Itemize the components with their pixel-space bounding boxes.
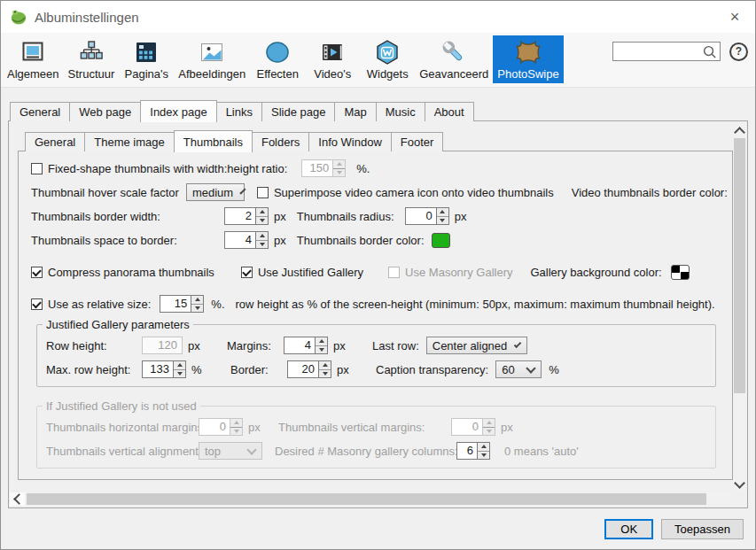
tab-index-page[interactable]: Index page bbox=[140, 100, 216, 122]
tab-web-page[interactable]: Web page bbox=[69, 102, 141, 121]
v-margins-unit: px bbox=[501, 421, 518, 434]
scroll-left-button[interactable] bbox=[10, 492, 25, 506]
toolbar-item-geavanceerd[interactable]: Geavanceerd bbox=[415, 35, 493, 83]
horizontal-scrollbar-thumb[interactable] bbox=[27, 493, 706, 505]
max-row-height-spinner[interactable]: 133 bbox=[142, 360, 186, 378]
spinner-value[interactable]: 133 bbox=[142, 360, 173, 378]
toolbar-item-label: Geavanceerd bbox=[419, 67, 488, 81]
spinner-value[interactable]: 4 bbox=[284, 337, 315, 354]
spin-up-button[interactable] bbox=[174, 361, 185, 369]
sub-tab-bar: General Theme image Thumbnails Folders I… bbox=[25, 132, 747, 151]
horizontal-scrollbar[interactable] bbox=[10, 492, 731, 506]
spin-down-button[interactable] bbox=[256, 240, 268, 249]
spinner-value[interactable]: 15 bbox=[160, 295, 191, 313]
search-input[interactable] bbox=[618, 44, 702, 59]
masonry-columns-spinner[interactable]: 6 bbox=[456, 442, 490, 460]
fixed-shape-checkbox[interactable]: Fixed-shape thumbnails with width:height… bbox=[31, 162, 287, 175]
radius-spinner[interactable]: 0 bbox=[405, 207, 449, 225]
spin-down-button[interactable] bbox=[478, 451, 489, 460]
spin-up-button[interactable] bbox=[437, 208, 448, 216]
tab-music[interactable]: Music bbox=[376, 102, 425, 121]
spin-down-button[interactable] bbox=[256, 216, 268, 225]
toolbar-item-paginas[interactable]: Pagina's bbox=[119, 35, 174, 83]
tab-slide-page[interactable]: Slide page bbox=[261, 102, 335, 121]
border-spinner[interactable]: 20 bbox=[287, 360, 331, 378]
border-width-spinner[interactable]: 2 bbox=[224, 207, 269, 225]
vertical-scrollbar-thumb[interactable] bbox=[734, 138, 745, 393]
space-to-border-spinner[interactable]: 4 bbox=[224, 231, 269, 249]
thumb-border-color-swatch[interactable] bbox=[432, 233, 450, 248]
spin-up-button[interactable] bbox=[256, 232, 268, 240]
down-arrow-icon bbox=[260, 219, 265, 222]
down-arrow-icon bbox=[195, 306, 200, 310]
caption-transparency-dropdown[interactable]: 60 bbox=[495, 360, 542, 378]
ok-button[interactable]: OK bbox=[604, 519, 653, 539]
checkbox-box bbox=[388, 267, 400, 278]
last-row-dropdown[interactable]: Center aligned bbox=[426, 337, 527, 354]
vertical-scrollbar[interactable] bbox=[733, 123, 746, 492]
spinner-value[interactable]: 20 bbox=[287, 360, 318, 378]
spinner-value[interactable]: 2 bbox=[224, 207, 255, 225]
relative-size-suffix: %. bbox=[211, 298, 224, 311]
subtab-folders[interactable]: Folders bbox=[252, 132, 309, 151]
help-icon[interactable]: ? bbox=[729, 43, 748, 61]
relative-size-spinner[interactable]: 15 bbox=[160, 295, 204, 313]
spin-down-button[interactable] bbox=[316, 345, 327, 354]
subtab-info-window[interactable]: Info Window bbox=[308, 132, 392, 151]
tab-map[interactable]: Map bbox=[334, 102, 376, 121]
apply-button[interactable]: Toepassen bbox=[661, 519, 744, 539]
superimpose-checkbox[interactable]: Superimpose video camera icon onto video… bbox=[257, 186, 554, 199]
radius-label: Thumbnails radius: bbox=[297, 210, 405, 223]
gallery-bg-swatch[interactable] bbox=[671, 265, 690, 280]
spinner-value[interactable]: 4 bbox=[224, 231, 255, 249]
dropdown-value: 60 bbox=[502, 363, 518, 376]
scroll-down-button[interactable] bbox=[733, 477, 746, 492]
tab-general[interactable]: General bbox=[10, 102, 70, 121]
spin-down-button[interactable] bbox=[191, 304, 203, 313]
spin-down-button[interactable] bbox=[319, 369, 331, 378]
masonry-columns-note: 0 means 'auto' bbox=[504, 445, 579, 458]
compress-panorama-checkbox[interactable]: Compress panorama thumbnails bbox=[31, 266, 214, 279]
toolbar-item-label: Pagina's bbox=[125, 67, 168, 81]
spinner-buttons bbox=[482, 418, 495, 436]
spin-up-button[interactable] bbox=[319, 361, 331, 369]
toolbar-item-videos[interactable]: Video's bbox=[305, 35, 360, 83]
up-arrow-icon bbox=[234, 421, 239, 424]
subtab-general[interactable]: General bbox=[25, 132, 85, 151]
spin-down-button[interactable] bbox=[174, 369, 185, 378]
last-row-label: Last row: bbox=[372, 339, 419, 352]
relative-size-checkbox[interactable]: Use as relative size: bbox=[31, 298, 151, 311]
up-arrow-icon bbox=[260, 234, 265, 237]
toolbar-item-widgets[interactable]: Widgets bbox=[360, 35, 415, 83]
use-justified-checkbox[interactable]: Use Justified Gallery bbox=[241, 266, 363, 279]
close-icon[interactable]: × bbox=[723, 1, 746, 33]
category-toolbar: Algemeen Str bbox=[1, 33, 755, 88]
toolbar-item-structuur[interactable]: Structuur bbox=[64, 35, 120, 83]
toolbar-item-afbeeldingen[interactable]: Afbeeldingen bbox=[174, 35, 250, 83]
spin-up-button[interactable] bbox=[316, 337, 327, 345]
subtab-footer[interactable]: Footer bbox=[391, 132, 444, 151]
fixed-shape-label: Fixed-shape thumbnails with width:height… bbox=[48, 162, 287, 175]
fixed-shape-spinner: 150 bbox=[301, 159, 346, 177]
spinner-buttons bbox=[315, 337, 328, 354]
spin-up-button[interactable] bbox=[256, 208, 268, 216]
hover-scale-dropdown[interactable]: medium bbox=[186, 183, 245, 201]
fixed-shape-suffix: %. bbox=[356, 162, 370, 175]
subtab-thumbnails[interactable]: Thumbnails bbox=[174, 130, 253, 152]
tab-about[interactable]: About bbox=[425, 102, 474, 121]
border-unit: px bbox=[337, 363, 355, 376]
space-to-border-unit: px bbox=[274, 234, 286, 247]
spinner-value[interactable]: 6 bbox=[456, 442, 477, 460]
toolbar-item-effecten[interactable]: Effecten bbox=[250, 35, 305, 83]
spin-down-button[interactable] bbox=[437, 216, 448, 225]
margins-spinner[interactable]: 4 bbox=[284, 337, 328, 354]
up-arrow-icon bbox=[337, 162, 342, 166]
spin-up-button[interactable] bbox=[191, 296, 203, 304]
spinner-value[interactable]: 0 bbox=[405, 207, 436, 225]
tab-links[interactable]: Links bbox=[216, 102, 262, 121]
toolbar-item-photoswipe[interactable]: PhotoSwipe bbox=[493, 35, 563, 83]
spin-up-button[interactable] bbox=[478, 443, 489, 451]
toolbar-item-algemeen[interactable]: Algemeen bbox=[3, 35, 64, 83]
search-box[interactable] bbox=[612, 42, 721, 61]
subtab-theme-image[interactable]: Theme image bbox=[84, 132, 174, 151]
